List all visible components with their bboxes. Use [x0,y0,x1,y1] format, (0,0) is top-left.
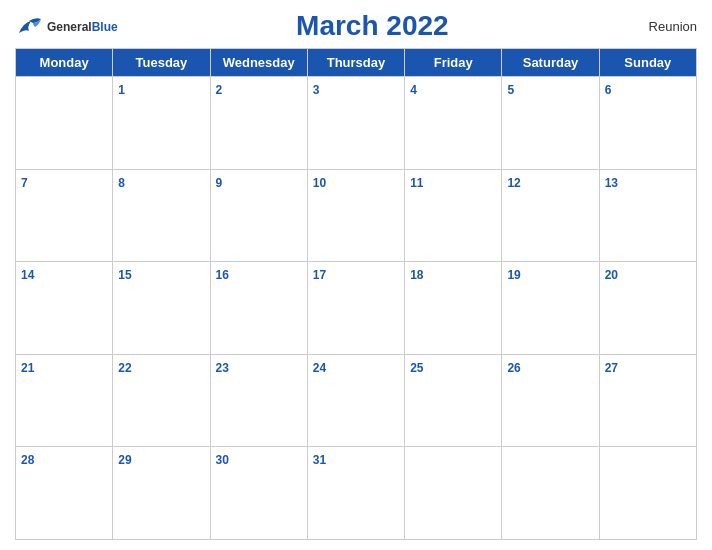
day-number: 30 [216,453,229,467]
calendar-week-row: 21222324252627 [16,354,697,447]
region-label: Reunion [627,19,697,34]
day-number: 23 [216,361,229,375]
calendar-title: March 2022 [118,10,627,42]
day-number: 24 [313,361,326,375]
logo-text: GeneralBlue [47,17,118,35]
calendar-cell: 6 [599,77,696,170]
calendar-cell [16,77,113,170]
calendar-cell: 5 [502,77,599,170]
col-friday: Friday [405,49,502,77]
calendar-cell: 11 [405,169,502,262]
day-number: 18 [410,268,423,282]
logo-general: General [47,20,92,34]
day-number: 11 [410,176,423,190]
col-sunday: Sunday [599,49,696,77]
calendar-week-row: 28293031 [16,447,697,540]
col-wednesday: Wednesday [210,49,307,77]
day-number: 9 [216,176,223,190]
calendar-cell: 24 [307,354,404,447]
calendar-week-row: 14151617181920 [16,262,697,355]
calendar-page: GeneralBlue March 2022 Reunion Monday Tu… [0,0,712,550]
calendar-cell [502,447,599,540]
day-number: 3 [313,83,320,97]
day-number: 27 [605,361,618,375]
col-thursday: Thursday [307,49,404,77]
calendar-cell: 23 [210,354,307,447]
calendar-cell: 17 [307,262,404,355]
calendar-cell [405,447,502,540]
day-number: 21 [21,361,34,375]
day-number: 10 [313,176,326,190]
calendar-cell: 8 [113,169,210,262]
day-number: 6 [605,83,612,97]
day-number: 2 [216,83,223,97]
calendar-cell: 22 [113,354,210,447]
calendar-cell: 29 [113,447,210,540]
calendar-cell: 12 [502,169,599,262]
calendar-cell: 3 [307,77,404,170]
header: GeneralBlue March 2022 Reunion [15,10,697,42]
calendar-cell: 7 [16,169,113,262]
day-number: 29 [118,453,131,467]
calendar-cell: 1 [113,77,210,170]
calendar-cell [599,447,696,540]
logo-blue: Blue [92,20,118,34]
day-number: 5 [507,83,514,97]
day-number: 28 [21,453,34,467]
calendar-cell: 9 [210,169,307,262]
days-header-row: Monday Tuesday Wednesday Thursday Friday… [16,49,697,77]
day-number: 25 [410,361,423,375]
calendar-cell: 14 [16,262,113,355]
day-number: 16 [216,268,229,282]
day-number: 17 [313,268,326,282]
day-number: 15 [118,268,131,282]
calendar-cell: 30 [210,447,307,540]
calendar-cell: 10 [307,169,404,262]
calendar-cell: 19 [502,262,599,355]
calendar-cell: 4 [405,77,502,170]
day-number: 20 [605,268,618,282]
calendar-cell: 15 [113,262,210,355]
day-number: 1 [118,83,125,97]
calendar-table: Monday Tuesday Wednesday Thursday Friday… [15,48,697,540]
day-number: 13 [605,176,618,190]
calendar-body: 1234567891011121314151617181920212223242… [16,77,697,540]
col-tuesday: Tuesday [113,49,210,77]
calendar-cell: 13 [599,169,696,262]
calendar-cell: 27 [599,354,696,447]
logo: GeneralBlue [15,15,118,37]
calendar-cell: 25 [405,354,502,447]
calendar-cell: 2 [210,77,307,170]
day-number: 19 [507,268,520,282]
day-number: 12 [507,176,520,190]
calendar-cell: 28 [16,447,113,540]
day-number: 14 [21,268,34,282]
calendar-cell: 26 [502,354,599,447]
day-number: 8 [118,176,125,190]
calendar-cell: 18 [405,262,502,355]
logo-bird-icon [15,15,43,37]
calendar-week-row: 78910111213 [16,169,697,262]
col-saturday: Saturday [502,49,599,77]
calendar-cell: 20 [599,262,696,355]
calendar-cell: 31 [307,447,404,540]
calendar-week-row: 123456 [16,77,697,170]
calendar-cell: 21 [16,354,113,447]
day-number: 22 [118,361,131,375]
col-monday: Monday [16,49,113,77]
day-number: 26 [507,361,520,375]
day-number: 7 [21,176,28,190]
day-number: 4 [410,83,417,97]
day-number: 31 [313,453,326,467]
calendar-cell: 16 [210,262,307,355]
